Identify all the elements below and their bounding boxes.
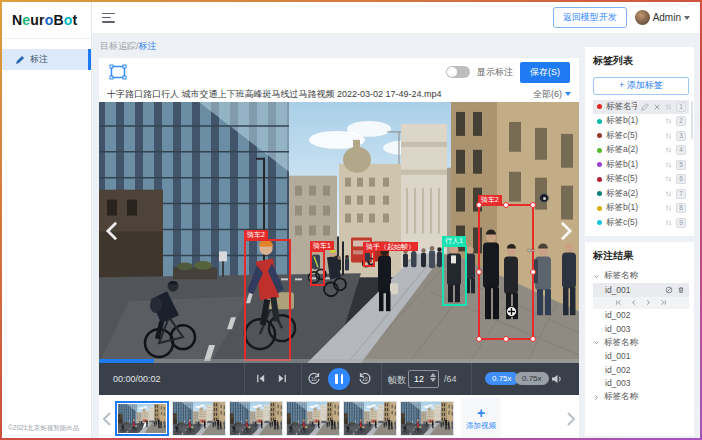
- sort-handle-icon[interactable]: [665, 175, 672, 183]
- logo-letter: N: [12, 12, 22, 28]
- frame-number-input[interactable]: 12: [408, 370, 439, 388]
- bbox-pedestrian-1[interactable]: 行人1: [442, 245, 467, 306]
- delete-icon[interactable]: [653, 103, 661, 111]
- bounding-box-tool-icon[interactable]: [108, 62, 128, 82]
- resize-handle[interactable]: [530, 336, 536, 342]
- result-item[interactable]: id_003: [593, 322, 689, 336]
- sort-handle-icon[interactable]: [665, 219, 672, 227]
- sort-handle-icon[interactable]: [665, 103, 672, 111]
- next-video-chevron[interactable]: [559, 220, 573, 242]
- filmstrip-thumbnail[interactable]: [343, 401, 397, 436]
- edit-icon[interactable]: [641, 103, 649, 111]
- filmstrip-thumbnail[interactable]: [229, 401, 283, 436]
- menu-fold-icon[interactable]: [102, 13, 115, 23]
- first-frame-icon[interactable]: [615, 299, 622, 306]
- show-annotation-toggle[interactable]: [446, 66, 470, 78]
- label-list-item[interactable]: 标签a(2)7: [593, 187, 689, 202]
- speed-pill-active[interactable]: 0.75x: [485, 372, 519, 385]
- sort-handle-icon[interactable]: [665, 204, 672, 212]
- filmstrip-thumbnail[interactable]: [400, 401, 454, 436]
- shortcut-key-badge: 1: [676, 102, 686, 112]
- filmstrip-thumbnail[interactable]: [115, 401, 169, 436]
- result-group[interactable]: 标签名称: [593, 390, 689, 404]
- result-item[interactable]: id_003: [593, 377, 689, 391]
- breadcrumb: 目标追踪/标注: [100, 40, 579, 53]
- result-item[interactable]: id_001: [593, 350, 689, 364]
- bbox-cyclist-1[interactable]: 骑车1: [310, 250, 325, 286]
- box-action-icon[interactable]: [539, 193, 549, 203]
- save-button[interactable]: 保存(S): [520, 62, 570, 83]
- bbox-rider-startframe[interactable]: 骑手（起始帧）: [363, 251, 375, 267]
- spinner-up-icon[interactable]: [430, 373, 436, 377]
- annotation-results-title: 标注结果: [593, 249, 689, 263]
- result-item-id: id_002: [605, 310, 685, 320]
- results-tree: 标签名称id_001id_002id_003标签名称id_001id_002id…: [593, 269, 689, 404]
- resize-handle[interactable]: [476, 269, 482, 275]
- breadcrumb-current[interactable]: 标注: [139, 41, 157, 51]
- shortcut-key-badge: 5: [676, 160, 686, 170]
- forward-10-icon[interactable]: 10: [358, 372, 372, 386]
- label-list-item[interactable]: 标签名字最长数...1: [593, 100, 689, 115]
- trash-icon[interactable]: [677, 286, 685, 294]
- sort-handle-icon[interactable]: [665, 190, 672, 198]
- label-list-item[interactable]: 标签b(1)8: [593, 201, 689, 216]
- sidebar-item-annotate[interactable]: 标注: [2, 49, 91, 70]
- result-item[interactable]: id_002: [593, 363, 689, 377]
- replay-10-icon[interactable]: 10: [307, 372, 321, 386]
- prev-frame-icon[interactable]: [255, 373, 266, 384]
- spinner-down-icon[interactable]: [430, 378, 436, 382]
- resize-handle[interactable]: [476, 336, 482, 342]
- next-frame-icon[interactable]: [277, 373, 288, 384]
- result-group[interactable]: 标签名称: [593, 336, 689, 350]
- frame-count-label: 帧数: [388, 374, 406, 387]
- resize-handle[interactable]: [530, 202, 536, 208]
- label-color-dot: [597, 148, 602, 153]
- resize-handle[interactable]: [476, 202, 482, 208]
- scrollbar[interactable]: [691, 101, 694, 139]
- volume-icon[interactable]: [551, 373, 563, 385]
- sort-handle-icon[interactable]: [665, 146, 672, 154]
- filmstrip-thumbnail[interactable]: [172, 401, 226, 436]
- resize-handle[interactable]: [530, 269, 536, 275]
- label-list-item[interactable]: 标签b(1)2: [593, 114, 689, 129]
- sort-handle-icon[interactable]: [665, 132, 672, 140]
- label-list-item[interactable]: 标签c(5)3: [593, 129, 689, 144]
- prev-video-chevron[interactable]: [105, 220, 119, 242]
- add-label-button[interactable]: + 添加标签: [593, 77, 689, 95]
- label-list-item[interactable]: 标签a(2)4: [593, 143, 689, 158]
- sort-handle-icon[interactable]: [665, 161, 672, 169]
- label-list-item[interactable]: 标签b(1)5: [593, 158, 689, 173]
- result-item-id: id_001: [605, 285, 661, 295]
- user-menu[interactable]: Admin: [635, 10, 690, 25]
- resize-handle[interactable]: [503, 202, 509, 208]
- label-list-item[interactable]: 标签c(5)6: [593, 172, 689, 187]
- result-item[interactable]: id_002: [593, 309, 689, 323]
- label-color-dot: [597, 206, 602, 211]
- result-item[interactable]: id_001: [593, 283, 689, 297]
- filmstrip-next-icon[interactable]: [566, 411, 576, 427]
- prev-frame-icon[interactable]: [630, 299, 637, 306]
- video-stage[interactable]: 骑车2 骑车1 骑手（起始帧） 行人1 骑车2: [99, 102, 579, 363]
- add-video-button[interactable]: + 添加视频: [461, 398, 501, 440]
- speed-pill-inactive[interactable]: 0.75x: [515, 372, 549, 385]
- back-to-model-dev-button[interactable]: 返回模型开发: [553, 7, 627, 28]
- bbox-cyclist-2-selected[interactable]: 骑车2: [478, 204, 534, 340]
- pause-button[interactable]: [328, 368, 350, 390]
- shortcut-key-badge: 9: [676, 218, 686, 228]
- label-list-item[interactable]: 标签c(5)9: [593, 216, 689, 231]
- filmstrip-prev-icon[interactable]: [102, 411, 112, 427]
- video-filter-dropdown[interactable]: 全部(6): [533, 88, 571, 101]
- hide-icon[interactable]: [665, 286, 673, 294]
- sort-handle-icon[interactable]: [665, 117, 672, 125]
- label-name: 标签c(5): [606, 217, 661, 229]
- filmstrip-thumbnail[interactable]: [286, 401, 340, 436]
- main-area: 返回模型开发 Admin 目标追踪/标注: [92, 2, 700, 438]
- bbox-cyclist-2[interactable]: 骑车2: [244, 239, 291, 361]
- label-name: 标签a(2): [606, 188, 661, 200]
- next-frame-icon[interactable]: [645, 299, 652, 306]
- last-frame-icon[interactable]: [660, 299, 667, 306]
- annotation-toolbar: 显示标注 保存(S): [99, 58, 579, 86]
- result-group[interactable]: 标签名称: [593, 269, 689, 283]
- resize-handle[interactable]: [503, 336, 509, 342]
- breadcrumb-parent[interactable]: 目标追踪: [100, 41, 136, 51]
